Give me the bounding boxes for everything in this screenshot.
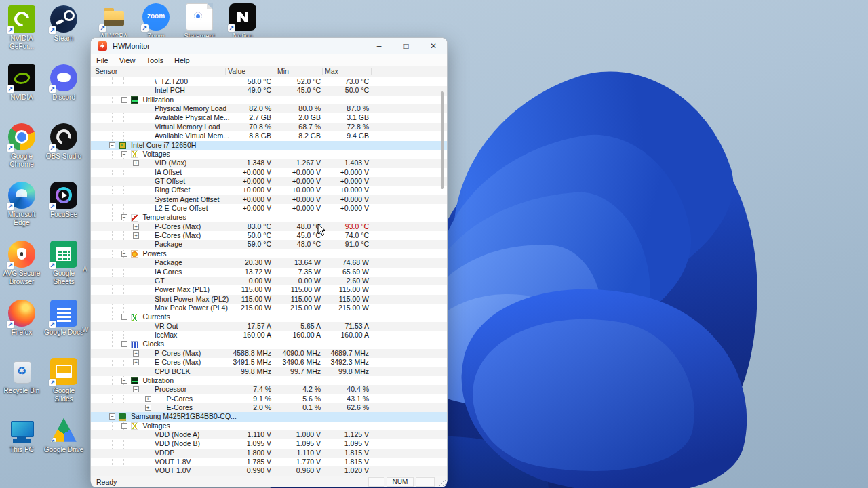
column-divider[interactable] bbox=[225, 68, 226, 75]
sensor-row[interactable]: IA Offset+0.000 V+0.000 V+0.000 V bbox=[91, 168, 447, 177]
desktop-icon-google-drive[interactable]: ↗Google Drive bbox=[42, 417, 85, 454]
expand-toggle-icon[interactable]: + bbox=[133, 359, 139, 365]
menu-tools[interactable]: Tools bbox=[140, 56, 169, 64]
title-bar[interactable]: HWMonitor – □ ✕ bbox=[91, 38, 447, 54]
desktop-icon-steam[interactable]: ↗Steam bbox=[42, 5, 85, 43]
collapse-toggle-icon[interactable]: − bbox=[121, 151, 127, 157]
desktop-icon-focusee[interactable]: ↗FocuSee bbox=[42, 182, 85, 219]
desktop-icon-microsoft-edge[interactable]: ↗MicrosoftEdge bbox=[0, 182, 43, 227]
sensor-row[interactable]: −Voltages bbox=[91, 422, 447, 430]
collapse-toggle-icon[interactable]: − bbox=[109, 413, 115, 420]
column-divider[interactable] bbox=[275, 68, 275, 75]
sensor-row[interactable]: +E-Cores2.0 %0.1 %62.6 % bbox=[91, 403, 447, 412]
collapse-toggle-icon[interactable]: − bbox=[121, 214, 127, 220]
sensor-row[interactable]: VDD (Node A)1.110 V1.080 V1.125 V bbox=[91, 430, 447, 439]
desktop-icon-google-slides[interactable]: ↗GoogleSlides bbox=[42, 358, 85, 403]
desktop-icon-all-vcpa-folder[interactable]: ↗All VCPA bbox=[92, 3, 136, 41]
sensor-row[interactable]: −Powers bbox=[91, 249, 447, 258]
column-value[interactable]: Value bbox=[228, 67, 245, 75]
desktop-icon-zoom[interactable]: ↗Zoom bbox=[134, 3, 178, 41]
sensor-row[interactable]: VOUT 1.8V1.785 V1.770 V1.815 V bbox=[91, 458, 447, 466]
sensor-row[interactable]: +P-Cores (Max)83.0 °C48.0 °C93.0 °C bbox=[91, 222, 447, 231]
column-sensor[interactable]: Sensor bbox=[95, 67, 117, 75]
expand-toggle-icon[interactable]: + bbox=[133, 160, 139, 166]
sensor-row[interactable]: Physical Memory Load82.0 %80.0 %87.0 % bbox=[91, 104, 447, 113]
sensor-row[interactable]: System Agent Offset+0.000 V+0.000 V+0.00… bbox=[91, 195, 447, 204]
desktop-icon-nvidia-geforce[interactable]: ↗NVIDIAGeFor... bbox=[0, 5, 43, 51]
sensor-row[interactable]: \_TZ.TZ0058.0 °C52.0 °C73.0 °C bbox=[91, 77, 447, 86]
sensor-row[interactable]: +P-Cores (Max)4588.8 MHz4090.0 MHz4689.7… bbox=[91, 349, 447, 358]
scrollbar[interactable] bbox=[440, 77, 445, 476]
sensor-row[interactable]: Virtual Memory Load70.8 %68.7 %72.8 % bbox=[91, 123, 447, 131]
collapse-toggle-icon[interactable]: − bbox=[121, 423, 127, 429]
sensor-row[interactable]: GT0.00 W0.00 W2.60 W bbox=[91, 277, 447, 285]
sensor-row[interactable]: −Temperatures bbox=[91, 213, 447, 222]
sensor-row[interactable]: −Utilization bbox=[91, 96, 447, 104]
expand-toggle-icon[interactable]: + bbox=[133, 224, 139, 230]
sensor-row[interactable]: VOUT 1.0V0.990 V0.960 V1.020 V bbox=[91, 466, 447, 475]
column-max[interactable]: Max bbox=[325, 67, 338, 75]
column-divider[interactable] bbox=[371, 68, 372, 75]
expand-toggle-icon[interactable]: + bbox=[133, 350, 139, 357]
desktop-icon-discord[interactable]: ↗Discord bbox=[42, 64, 85, 102]
desktop-icon-google-docs[interactable]: ↗Google Docs bbox=[42, 300, 85, 337]
menu-help[interactable]: Help bbox=[169, 56, 195, 64]
collapse-toggle-icon[interactable]: − bbox=[109, 142, 115, 148]
sensor-row[interactable]: +P-Cores9.1 %5.6 %43.1 % bbox=[91, 394, 447, 403]
sensor-row[interactable]: +VID (Max)1.348 V1.267 V1.403 V bbox=[91, 159, 447, 167]
collapse-toggle-icon[interactable]: − bbox=[121, 314, 127, 320]
expand-toggle-icon[interactable]: + bbox=[145, 405, 151, 411]
menu-view[interactable]: View bbox=[114, 56, 141, 64]
sensor-row[interactable]: −Intel Core i7 12650H bbox=[91, 141, 447, 150]
sensor-row[interactable]: −Clocks bbox=[91, 340, 447, 348]
sensor-row[interactable]: IccMax160.00 A160.00 A160.00 A bbox=[91, 331, 447, 340]
sensor-row[interactable]: VDDP1.800 V1.110 V1.815 V bbox=[91, 449, 447, 458]
maximize-button[interactable]: □ bbox=[393, 38, 420, 54]
sensor-row[interactable]: L2 E-Core Offset+0.000 V+0.000 V+0.000 V bbox=[91, 204, 447, 213]
desktop-icon-recycle-bin[interactable]: Recycle Bin bbox=[0, 358, 43, 395]
collapse-toggle-icon[interactable]: − bbox=[121, 341, 127, 347]
column-min[interactable]: Min bbox=[277, 67, 289, 75]
sensor-row[interactable]: CPU BCLK99.8 MHz99.7 MHz99.8 MHz bbox=[91, 367, 447, 376]
sensor-row[interactable]: Max Peak Power (PL4)215.00 W215.00 W215.… bbox=[91, 304, 447, 312]
minimize-button[interactable]: – bbox=[366, 38, 393, 54]
sensor-row[interactable]: Package59.0 °C48.0 °C91.0 °C bbox=[91, 240, 447, 249]
desktop-icon-obs-studio[interactable]: ↗OBS Studio bbox=[42, 123, 85, 161]
sensor-row[interactable]: +E-Cores (Max)3491.5 MHz3490.6 MHz3492.3… bbox=[91, 358, 447, 367]
sensor-row[interactable]: IA Cores13.72 W7.35 W65.69 W bbox=[91, 268, 447, 277]
sensor-row[interactable]: −Utilization bbox=[91, 376, 447, 385]
collapse-toggle-icon[interactable]: − bbox=[121, 97, 127, 103]
desktop-icon-firefox[interactable]: ↗Firefox bbox=[0, 300, 43, 337]
desktop-icon-avg-secure-browser[interactable]: ↗AVG SecureBrowser bbox=[0, 241, 43, 286]
resize-grip-icon[interactable] bbox=[437, 478, 446, 487]
sensor-row[interactable]: −Samsung M425R1GB4BB0-CQ... bbox=[91, 412, 447, 421]
sensor-row[interactable]: Ring Offset+0.000 V+0.000 V+0.000 V bbox=[91, 186, 447, 195]
column-divider[interactable] bbox=[322, 68, 323, 75]
sensor-row[interactable]: Package20.30 W13.64 W74.68 W bbox=[91, 258, 447, 267]
expand-toggle-icon[interactable]: + bbox=[145, 396, 151, 402]
sensor-row[interactable]: Short Power Max (PL2)115.00 W115.00 W115… bbox=[91, 295, 447, 304]
desktop-icon-this-pc[interactable]: This PC bbox=[0, 417, 43, 454]
collapse-toggle-icon[interactable]: − bbox=[121, 251, 127, 257]
sensor-row[interactable]: −Processor7.4 %4.2 %40.4 % bbox=[91, 385, 447, 394]
desktop-icon-notion[interactable]: ↗Notion bbox=[221, 3, 264, 41]
hwmonitor-window[interactable]: HWMonitor – □ ✕ File View Tools Help Sen… bbox=[90, 37, 448, 485]
close-button[interactable]: ✕ bbox=[420, 38, 447, 54]
sensor-row[interactable]: +E-Cores (Max)50.0 °C45.0 °C74.0 °C bbox=[91, 231, 447, 240]
desktop-icon-google-sheets[interactable]: ↗GoogleSheets bbox=[42, 241, 85, 286]
scrollbar-thumb[interactable] bbox=[441, 92, 444, 189]
sensor-row[interactable]: Available Physical Me...2.7 GB2.0 GB3.1 … bbox=[91, 113, 447, 122]
sensor-row[interactable]: Power Max (PL1)115.00 W115.00 W115.00 W bbox=[91, 285, 447, 294]
collapse-toggle-icon[interactable]: − bbox=[121, 378, 127, 384]
sensor-row[interactable]: Intel PCH49.0 °C45.0 °C50.0 °C bbox=[91, 86, 447, 95]
desktop-icon-nvidia[interactable]: ↗NVIDIA bbox=[0, 64, 43, 102]
sensor-row[interactable]: VDD (Node B)1.095 V1.095 V1.095 V bbox=[91, 439, 447, 448]
sensor-row[interactable]: GT Offset+0.000 V+0.000 V+0.000 V bbox=[91, 177, 447, 186]
sensor-row[interactable]: Available Virtual Mem...8.8 GB8.2 GB9.4 … bbox=[91, 131, 447, 140]
sensor-row[interactable]: −Voltages bbox=[91, 150, 447, 159]
sensor-row[interactable]: VR Out17.57 A5.65 A71.53 A bbox=[91, 322, 447, 331]
expand-toggle-icon[interactable]: + bbox=[133, 232, 139, 239]
collapse-toggle-icon[interactable]: − bbox=[133, 386, 139, 392]
desktop-icon-google-chrome[interactable]: ↗GoogleChrome bbox=[0, 123, 43, 169]
menu-file[interactable]: File bbox=[91, 56, 114, 64]
